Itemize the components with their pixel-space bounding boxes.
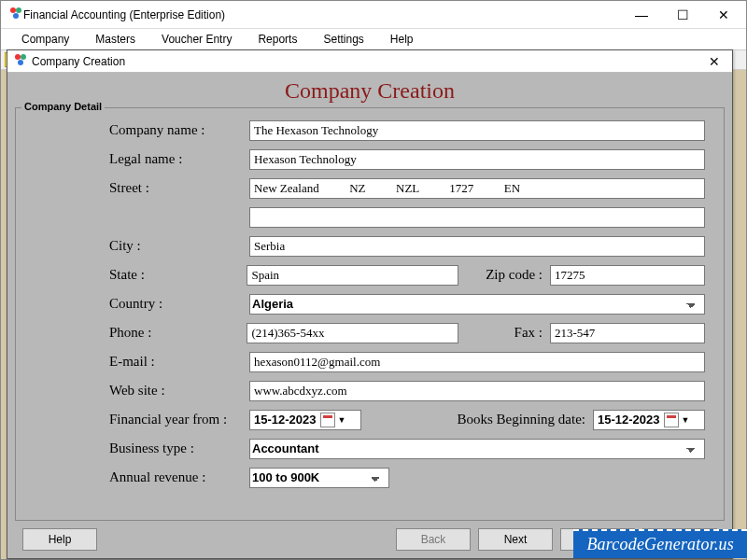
label-books-begin: Books Beginning date: [361,412,593,427]
back-button[interactable]: Back [396,528,471,551]
svg-point-3 [15,54,21,60]
calendar-icon [664,413,679,427]
dialog-close-button[interactable]: ✕ [700,52,728,71]
dialog-titlebar: Company Creation ✕ [7,50,732,73]
label-email: E-mail : [109,354,249,370]
business-type-select[interactable]: Accountant [249,439,705,459]
group-label: Company Detail [21,101,105,112]
state-input[interactable] [247,265,458,286]
svg-point-4 [21,54,26,60]
main-close-button[interactable]: ✕ [703,2,744,28]
country-select[interactable]: Algeria [249,294,705,315]
label-state: State : [109,267,247,283]
main-window: Financial Accounting (Enterprise Edition… [0,0,747,560]
menu-masters[interactable]: Masters [82,31,148,48]
menu-reports[interactable]: Reports [245,31,310,48]
annual-revenue-select[interactable]: 100 to 900K [249,468,389,488]
label-phone: Phone : [109,325,247,341]
label-company-name: Company name : [109,122,249,138]
svg-point-2 [13,13,19,19]
label-business-type: Business type : [109,441,249,456]
label-country: Country : [109,296,249,312]
legal-name-input[interactable] [249,149,705,170]
label-financial-year: Financial year from : [109,412,249,427]
main-window-title: Financial Accounting (Enterprise Edition… [23,8,621,21]
menu-bar: Company Masters Voucher Entry Reports Se… [1,29,746,49]
company-creation-dialog: Company Creation ✕ Company Creation Comp… [7,49,733,559]
main-titlebar: Financial Accounting (Enterprise Edition… [1,1,746,29]
dialog-icon [13,52,28,71]
next-button[interactable]: Next [478,528,553,551]
email-input[interactable] [249,352,705,372]
label-street: Street : [109,180,249,196]
help-button[interactable]: Help [22,528,97,551]
books-begin-datepicker[interactable]: 15-12-2023 ▼ [593,410,705,430]
chevron-down-icon: ▼ [338,415,346,425]
maximize-button[interactable]: ☐ [662,2,703,28]
watermark-badge: BarcodeGenerator.us [573,529,747,558]
label-zip: Zip code : [458,267,550,283]
city-input[interactable] [249,236,705,257]
menu-help[interactable]: Help [377,31,427,48]
label-annual-revenue: Annual revenue : [109,469,249,485]
zip-input[interactable] [550,265,705,286]
app-icon [8,6,23,24]
menu-company[interactable]: Company [8,31,82,48]
phone-input[interactable] [247,323,458,343]
minimize-button[interactable]: — [621,2,662,28]
street-input-2[interactable] [249,207,705,228]
svg-point-0 [10,7,16,13]
fax-input[interactable] [550,323,705,343]
menu-voucher-entry[interactable]: Voucher Entry [148,31,245,48]
menu-settings[interactable]: Settings [310,31,376,48]
workspace: Company Creation ✕ Company Creation Comp… [1,70,746,559]
street-input-1[interactable] [249,178,705,199]
books-begin-value: 15-12-2023 [598,413,660,427]
financial-year-value: 15-12-2023 [254,413,317,427]
chevron-down-icon: ▼ [682,415,690,425]
calendar-icon [320,413,335,427]
dialog-title: Company Creation [32,55,700,68]
dialog-heading: Company Creation [7,73,732,107]
label-website: Web site : [109,383,249,399]
website-input[interactable] [249,381,705,401]
financial-year-datepicker[interactable]: 15-12-2023 ▼ [249,410,361,430]
label-legal-name: Legal name : [109,151,249,167]
company-detail-group: Company Detail Company name : Legal name… [15,107,725,521]
label-fax: Fax : [458,325,550,341]
label-city: City : [109,238,249,254]
svg-point-1 [16,7,21,13]
svg-point-5 [18,60,23,65]
company-name-input[interactable] [249,120,705,141]
